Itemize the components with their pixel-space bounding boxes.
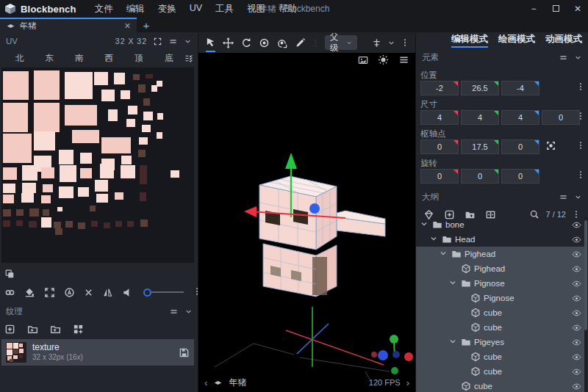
visibility-eye-icon[interactable] [572, 220, 581, 230]
mode-tab-0[interactable]: 编辑模式 [451, 33, 488, 48]
menu-4[interactable]: 工具 [209, 3, 240, 15]
close-button[interactable]: ✕ [572, 4, 584, 14]
chevron-down-icon[interactable] [184, 37, 192, 46]
outliner-scrollbar[interactable] [584, 217, 587, 392]
uv-canvas[interactable] [1, 68, 194, 263]
number-field[interactable]: 26.5 [461, 81, 499, 95]
outliner-row-cube[interactable]: cube [416, 379, 584, 392]
uv-dir-tab-2[interactable]: 南 [64, 53, 94, 64]
add-texture-icon[interactable] [4, 324, 15, 335]
link-icon[interactable] [4, 287, 15, 298]
save-texture-icon[interactable] [179, 347, 190, 358]
outliner-row-Head[interactable]: Head [416, 232, 584, 247]
new-tab-button[interactable]: + [137, 18, 156, 32]
visibility-eye-icon[interactable] [572, 308, 581, 318]
visibility-eye-icon[interactable] [572, 264, 581, 274]
checklist-icon[interactable] [184, 54, 193, 63]
outliner-row-cube[interactable]: cube [416, 320, 584, 335]
visibility-eye-icon[interactable] [572, 323, 581, 333]
chevron-down-icon[interactable] [574, 193, 582, 201]
dots-icon[interactable] [576, 141, 585, 150]
rotate-tool[interactable] [240, 33, 253, 52]
lighting-icon[interactable] [378, 54, 389, 65]
copy-brush-icon[interactable] [4, 269, 15, 279]
uv-opacity-slider[interactable] [143, 288, 184, 297]
mirror-uv-icon[interactable] [102, 287, 113, 298]
number-field[interactable]: -4 [501, 81, 539, 95]
vertex-snap[interactable] [293, 33, 306, 52]
hamburger-icon[interactable] [168, 37, 178, 46]
mode-tab-2[interactable]: 动画模式 [545, 33, 582, 48]
number-field[interactable]: 4 [420, 110, 459, 125]
menu-icon[interactable] [398, 54, 409, 65]
tab-close-button[interactable]: ✕ [124, 21, 131, 31]
visibility-eye-icon[interactable] [572, 352, 581, 362]
chevron-down-icon[interactable] [387, 39, 395, 47]
uv-dir-tab-3[interactable]: 西 [94, 53, 124, 64]
visibility-eye-icon[interactable] [572, 235, 581, 244]
visibility-eye-icon[interactable] [572, 367, 581, 377]
outliner-row-cube[interactable]: cube [416, 349, 584, 364]
menu-2[interactable]: 变换 [151, 3, 183, 15]
next-view-button[interactable]: › [406, 377, 409, 388]
outliner-row-Pighead[interactable]: Pighead [416, 247, 584, 261]
chevron-down-icon[interactable] [574, 54, 582, 62]
outliner-row-Pignose[interactable]: Pignose [416, 291, 584, 305]
number-field[interactable]: 0 [501, 169, 539, 184]
project-tab[interactable]: 年猪 ✕ [0, 18, 137, 32]
screenshot-icon[interactable] [358, 54, 368, 65]
dots-icon[interactable] [576, 82, 585, 91]
outliner-row-cube[interactable]: cube [416, 364, 584, 379]
uv-dir-tab-1[interactable]: 东 [35, 53, 65, 64]
gizmo-tool[interactable] [204, 33, 217, 52]
viewport[interactable]: ‹ 年猪 120 FPS › [198, 53, 415, 392]
visibility-eye-icon[interactable] [572, 279, 581, 288]
outliner-row-Pighead[interactable]: Pighead [416, 261, 584, 276]
number-field[interactable]: 4 [461, 110, 499, 125]
menu-0[interactable]: 文件 [88, 3, 120, 15]
chevron-down-icon[interactable] [184, 308, 193, 316]
menu-3[interactable]: UV [183, 3, 209, 15]
maximize-uv-icon[interactable] [44, 287, 55, 298]
export-texture-icon[interactable] [50, 324, 61, 335]
hamburger-icon[interactable] [559, 192, 568, 202]
scale-tool[interactable] [258, 33, 270, 52]
pivot-center-button[interactable] [545, 140, 556, 153]
number-field[interactable]: 0 [420, 169, 459, 184]
number-field[interactable]: 17.5 [461, 139, 499, 154]
number-field[interactable]: 0 [420, 139, 459, 154]
texture-list-item[interactable]: texture 32 x 32px (16x) [1, 339, 194, 366]
hamburger-icon[interactable] [559, 53, 568, 62]
number-field[interactable]: -2 [420, 81, 459, 95]
menu-1[interactable]: 编辑 [120, 3, 151, 15]
dots-icon[interactable] [576, 112, 585, 120]
outliner-row-cube[interactable]: cube [416, 305, 584, 320]
move-tool[interactable] [222, 33, 234, 52]
number-field[interactable]: 4 [501, 110, 539, 125]
import-texture-icon[interactable] [27, 324, 38, 335]
uv-dir-tab-5[interactable]: 底 [154, 53, 184, 64]
append-template-icon[interactable] [73, 324, 84, 335]
dots-icon[interactable] [401, 38, 409, 47]
visibility-eye-icon[interactable] [572, 250, 581, 259]
delete-uv-icon[interactable] [84, 288, 93, 297]
frame-icon[interactable] [153, 37, 162, 46]
number-field[interactable]: 0 [461, 169, 499, 184]
uv-dir-tab-0[interactable]: 北 [4, 53, 35, 64]
number-field[interactable]: 0 [542, 110, 580, 125]
mode-tab-1[interactable]: 绘画模式 [498, 33, 535, 48]
pivot-tool[interactable] [276, 33, 288, 52]
cullface-icon[interactable] [122, 287, 133, 298]
outliner-row-Pigeyes[interactable]: Pigeyes [416, 335, 584, 349]
visibility-eye-icon[interactable] [572, 382, 581, 391]
number-field[interactable]: 0 [501, 139, 539, 154]
visibility-eye-icon[interactable] [572, 294, 581, 303]
auto-uv-icon[interactable] [64, 287, 75, 298]
prev-view-button[interactable]: ‹ [204, 377, 207, 388]
viewport-scene[interactable] [198, 53, 415, 392]
outliner-row-Pignose[interactable]: Pignose [416, 276, 584, 291]
maximize-button[interactable] [550, 4, 562, 14]
minimize-button[interactable]: − [528, 4, 539, 14]
visibility-eye-icon[interactable] [572, 338, 581, 347]
uv-dir-tab-4[interactable]: 顶 [124, 53, 154, 64]
